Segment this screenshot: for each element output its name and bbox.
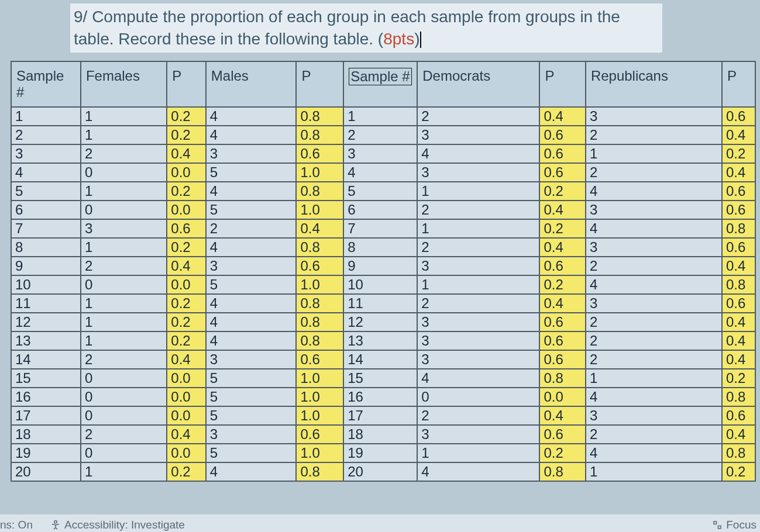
cell-sample1[interactable]: 16 xyxy=(11,388,81,406)
cell-p-republicans[interactable]: 0.4 xyxy=(722,313,755,331)
cell-republicans[interactable]: 3 xyxy=(586,107,722,126)
cell-females[interactable]: 2 xyxy=(81,144,167,163)
cell-democrats[interactable]: 3 xyxy=(417,163,539,182)
cell-p-males[interactable]: 0.6 xyxy=(296,257,343,275)
cell-republicans[interactable]: 4 xyxy=(586,219,722,238)
cell-females[interactable]: 1 xyxy=(81,238,167,257)
cell-sample2[interactable]: 19 xyxy=(343,444,417,462)
cell-p-males[interactable]: 0.6 xyxy=(296,425,343,444)
cell-females[interactable]: 0 xyxy=(81,444,167,462)
cell-democrats[interactable]: 3 xyxy=(417,425,539,444)
cell-p-democrats[interactable]: 0.6 xyxy=(539,331,585,350)
cell-males[interactable]: 3 xyxy=(206,144,297,163)
cell-sample2[interactable]: 14 xyxy=(343,350,417,369)
cell-republicans[interactable]: 2 xyxy=(586,257,722,275)
cell-p-republicans[interactable]: 0.6 xyxy=(722,201,755,219)
cell-p-females[interactable]: 0.0 xyxy=(167,163,206,182)
cell-republicans[interactable]: 3 xyxy=(586,406,722,425)
cell-p-females[interactable]: 0.2 xyxy=(167,294,206,313)
cell-p-democrats[interactable]: 0.8 xyxy=(539,462,585,481)
cell-democrats[interactable]: 1 xyxy=(417,444,539,462)
cell-sample1[interactable]: 18 xyxy=(11,425,81,444)
cell-sample1[interactable]: 5 xyxy=(11,182,81,201)
cell-sample1[interactable]: 2 xyxy=(11,126,81,144)
cell-males[interactable]: 5 xyxy=(206,275,297,294)
cell-p-males[interactable]: 0.8 xyxy=(296,126,343,144)
cell-p-males[interactable]: 0.8 xyxy=(296,462,343,481)
cell-p-males[interactable]: 0.8 xyxy=(296,294,343,313)
cell-p-democrats[interactable]: 0.4 xyxy=(539,107,585,126)
cell-females[interactable]: 1 xyxy=(81,126,167,144)
cell-p-males[interactable]: 1.0 xyxy=(296,275,343,294)
cell-republicans[interactable]: 1 xyxy=(586,369,722,388)
cell-republicans[interactable]: 1 xyxy=(586,144,722,163)
cell-females[interactable]: 2 xyxy=(81,425,167,444)
cell-p-males[interactable]: 1.0 xyxy=(296,163,343,182)
cell-males[interactable]: 4 xyxy=(206,294,297,313)
cell-p-democrats[interactable]: 0.0 xyxy=(539,388,585,406)
cell-p-democrats[interactable]: 0.6 xyxy=(539,425,585,444)
cell-sample1[interactable]: 12 xyxy=(11,313,81,331)
cell-p-republicans[interactable]: 0.4 xyxy=(722,163,755,182)
cell-p-females[interactable]: 0.2 xyxy=(167,182,206,201)
cell-p-females[interactable]: 0.2 xyxy=(167,238,206,257)
cell-sample2[interactable]: 10 xyxy=(343,275,417,294)
cell-p-females[interactable]: 0.2 xyxy=(167,126,206,144)
cell-p-republicans[interactable]: 0.2 xyxy=(722,144,755,163)
cell-p-males[interactable]: 0.8 xyxy=(296,107,343,126)
cell-democrats[interactable]: 2 xyxy=(417,294,539,313)
header-sample2[interactable]: Sample # xyxy=(343,61,417,107)
header-sample1[interactable]: Sample # xyxy=(11,61,81,107)
cell-sample1[interactable]: 13 xyxy=(11,331,81,350)
cell-p-democrats[interactable]: 0.4 xyxy=(539,238,585,257)
focus-button[interactable]: Focus xyxy=(712,519,756,531)
cell-p-males[interactable]: 0.6 xyxy=(296,144,343,163)
cell-males[interactable]: 3 xyxy=(206,257,297,275)
cell-p-males[interactable]: 1.0 xyxy=(296,406,343,425)
cell-democrats[interactable]: 4 xyxy=(417,462,539,481)
cell-democrats[interactable]: 0 xyxy=(417,388,539,406)
cell-p-republicans[interactable]: 0.4 xyxy=(722,331,755,350)
cell-p-republicans[interactable]: 0.2 xyxy=(722,369,755,388)
cell-p-females[interactable]: 0.2 xyxy=(167,313,206,331)
cell-democrats[interactable]: 2 xyxy=(417,201,539,219)
cell-males[interactable]: 5 xyxy=(206,163,297,182)
cell-republicans[interactable]: 1 xyxy=(586,462,722,481)
cell-sample1[interactable]: 19 xyxy=(11,444,81,462)
cell-males[interactable]: 5 xyxy=(206,369,297,388)
cell-p-democrats[interactable]: 0.6 xyxy=(539,257,585,275)
header-males[interactable]: Males xyxy=(206,61,297,107)
cell-females[interactable]: 1 xyxy=(81,331,167,350)
cell-democrats[interactable]: 3 xyxy=(417,126,539,144)
cell-sample2[interactable]: 17 xyxy=(343,406,417,425)
header-females[interactable]: Females xyxy=(81,61,167,107)
cell-p-females[interactable]: 0.4 xyxy=(167,350,206,369)
cell-democrats[interactable]: 3 xyxy=(417,350,539,369)
cell-democrats[interactable]: 2 xyxy=(417,406,539,425)
cell-p-democrats[interactable]: 0.6 xyxy=(539,126,585,144)
cell-females[interactable]: 0 xyxy=(81,275,167,294)
cell-republicans[interactable]: 4 xyxy=(586,444,722,462)
cell-sample2[interactable]: 5 xyxy=(343,182,417,201)
cell-sample1[interactable]: 3 xyxy=(11,144,81,163)
cell-republicans[interactable]: 4 xyxy=(586,182,722,201)
cell-p-republicans[interactable]: 0.8 xyxy=(722,388,755,406)
cell-p-females[interactable]: 0.0 xyxy=(167,275,206,294)
cell-p-democrats[interactable]: 0.2 xyxy=(539,219,585,238)
cell-females[interactable]: 1 xyxy=(81,294,167,313)
cell-p-females[interactable]: 0.2 xyxy=(167,462,206,481)
cell-sample1[interactable]: 15 xyxy=(11,369,81,388)
cell-democrats[interactable]: 3 xyxy=(417,257,539,275)
cell-males[interactable]: 3 xyxy=(206,425,297,444)
cell-democrats[interactable]: 2 xyxy=(417,107,539,126)
cell-sample1[interactable]: 6 xyxy=(11,201,81,219)
cell-p-females[interactable]: 0.0 xyxy=(167,406,206,425)
cell-p-females[interactable]: 0.0 xyxy=(167,369,206,388)
cell-sample2[interactable]: 12 xyxy=(343,313,417,331)
cell-p-females[interactable]: 0.4 xyxy=(167,425,206,444)
cell-republicans[interactable]: 4 xyxy=(586,275,722,294)
cell-p-males[interactable]: 0.8 xyxy=(296,331,343,350)
cell-p-democrats[interactable]: 0.4 xyxy=(539,294,585,313)
cell-sample1[interactable]: 14 xyxy=(11,350,81,369)
cell-sample1[interactable]: 7 xyxy=(11,219,81,238)
